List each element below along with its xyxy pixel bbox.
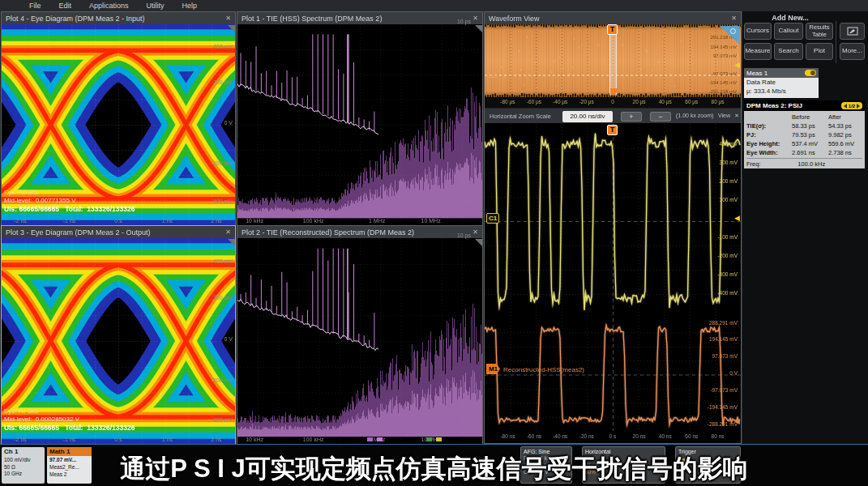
row-before: 58.33 ps: [792, 122, 828, 130]
tie-reconstructed-spectrum-canvas[interactable]: [237, 238, 482, 444]
freq-axis-label: 10 kHz: [246, 437, 263, 442]
trigger-position-badge[interactable]: T: [607, 24, 618, 35]
time-label: 0 s: [609, 433, 617, 439]
callout-button[interactable]: Callout: [774, 23, 803, 40]
freq-label: Freq:: [746, 160, 761, 168]
eye-stats: Eye: All Bits Mid-level: 0.00771355 V UI…: [4, 189, 135, 214]
y-axis-label: 0 V: [224, 336, 233, 342]
x-axis-label: 0 s: [114, 437, 122, 442]
waveform-overview[interactable]: M 1 291.218 mV 194.145 mV 97.073 mV -97.…: [485, 24, 741, 97]
plot3-titlebar[interactable]: Plot 3 - Eye Diagram (DPM Meas 2 - Outpu…: [2, 226, 235, 238]
plot1-resize-handle[interactable]: [475, 25, 482, 32]
meas1-toggle[interactable]: [805, 70, 816, 76]
menu-help[interactable]: Help: [182, 2, 198, 10]
dpm-pager[interactable]: 1/2: [841, 102, 862, 109]
measure-button[interactable]: Measure: [744, 43, 772, 60]
time-label: 40 ns: [659, 433, 672, 439]
right-sidebar: Add New... Cursors Callout Results Table…: [742, 11, 868, 444]
waveform-close-icon[interactable]: ✕: [731, 15, 737, 22]
plot1-titlebar[interactable]: Plot 1 - TIE (HSS) Spectrum (DPM Meas 2)…: [237, 12, 482, 24]
plot1-title: Plot 1 - TIE (HSS) Spectrum (DPM Meas 2): [242, 15, 382, 23]
menu-bar: File Edit Applications Utility Help: [0, 0, 868, 11]
col-after: After: [828, 113, 862, 121]
row-after: 54.33 ps: [828, 122, 862, 130]
plot4-close-icon[interactable]: ✕: [225, 15, 231, 22]
view-label: View: [718, 113, 730, 118]
mid-level-label: Mid-level: 0.00771355 V: [4, 197, 135, 205]
meas1-card[interactable]: Meas 1 Data Rate μ: 333.4 Mb/s: [744, 68, 819, 98]
pager-left-icon[interactable]: [844, 104, 847, 109]
x-axis-label: -2 ns: [14, 437, 27, 442]
trigger-level-arrow-icon[interactable]: ◀: [734, 62, 740, 69]
eye-stats: Eye: All Bits Mid-level: 0.000285032 V U…: [4, 407, 135, 433]
ch1-level-arrow-icon[interactable]: ◀: [734, 215, 740, 222]
zoom-out-button[interactable]: −: [650, 112, 671, 122]
cursors-button[interactable]: Cursors: [744, 23, 772, 40]
plot4-resize-handle[interactable]: [228, 25, 235, 32]
plot3-resize-handle[interactable]: [228, 239, 235, 246]
math1-v-label: 0 V: [729, 370, 738, 376]
math1-overview-label: M 1: [487, 71, 497, 77]
pager-right-icon[interactable]: [857, 104, 860, 109]
zoom-scale-label: Horizontal Zoom Scale: [490, 113, 551, 120]
dpm-header: DPM Meas 2: PSIJ 1/2: [744, 100, 865, 111]
sidebar-divider: [836, 21, 836, 63]
plot3-close-icon[interactable]: ✕: [225, 228, 231, 236]
math1-source-label: Reconstructed-HSS(meas2): [503, 366, 584, 373]
plot4-titlebar[interactable]: Plot 4 - Eye Diagram (DPM Meas 2 - Input…: [2, 12, 235, 24]
plot1-close-icon[interactable]: ✕: [472, 15, 478, 22]
zoom-in-button[interactable]: +: [621, 112, 642, 122]
math1-v-label: -97.073 mV: [710, 387, 738, 393]
menu-edit[interactable]: Edit: [59, 2, 72, 10]
annotation-button[interactable]: [840, 23, 865, 40]
plot2-titlebar[interactable]: Plot 2 - TIE (Reconstructed) Spectrum (D…: [237, 226, 482, 238]
menu-utility[interactable]: Utility: [147, 2, 165, 10]
spectrum-y-label: 10 ps: [457, 19, 471, 24]
y-axis-label: 400 mV: [213, 258, 233, 263]
meas1-body: Data Rate μ: 333.4 Mb/s: [744, 78, 819, 98]
x-axis-label: 2 ns: [211, 437, 221, 442]
plot4-title: Plot 4 - Eye Diagram (DPM Meas 2 - Input…: [6, 15, 145, 23]
meas1-header: Meas 1: [744, 68, 819, 78]
row-label: TIE(σ):: [746, 122, 792, 130]
waveform-titlebar[interactable]: Waveform View ✕: [485, 12, 741, 24]
overview-v-label: -291.218 mV: [709, 89, 737, 94]
row-label: Eye Width:: [746, 149, 792, 156]
plot2-resize-handle[interactable]: [475, 239, 482, 246]
search-button[interactable]: Search: [774, 43, 803, 60]
x-axis-label: -1 ns: [63, 437, 76, 442]
ch1-waveform-canvas[interactable]: [485, 124, 741, 318]
dpm-body: Before After TIE(σ): 58.33 ps 54.33 ps P…: [744, 111, 865, 168]
zoom-window-handle[interactable]: [609, 35, 617, 96]
source-chip: [367, 437, 373, 441]
plot2-close-icon[interactable]: ✕: [472, 228, 478, 236]
meas1-value: μ: 333.4 Mb/s: [746, 87, 816, 96]
time-label: -80 ns: [500, 433, 515, 439]
ch1-badge[interactable]: C1: [486, 213, 499, 224]
plot3-panel: Plot 3 - Eye Diagram (DPM Meas 2 - Outpu…: [1, 225, 236, 444]
results-table-button[interactable]: Results Table: [806, 23, 833, 40]
trigger-badge[interactable]: T: [607, 125, 618, 135]
menu-applications[interactable]: Applications: [89, 2, 129, 10]
pager-value: 1/2: [849, 104, 855, 109]
zoom-scale-field[interactable]: 20.00 ns/div: [562, 111, 613, 122]
y-axis-label: -400 mV: [212, 198, 233, 204]
tie-hss-spectrum-canvas[interactable]: [237, 24, 482, 225]
menu-file[interactable]: File: [29, 2, 41, 10]
annotation-icon: [847, 27, 858, 36]
plot-button[interactable]: Plot: [806, 43, 833, 60]
waveform-title: Waveform View: [489, 15, 540, 23]
dpm-meas2-card[interactable]: DPM Meas 2: PSIJ 1/2 Before After TIE(σ)…: [744, 100, 865, 168]
y-axis-label: 400 mV: [213, 43, 233, 49]
ch1-v-label: 400 mV: [720, 141, 738, 147]
dpm-freq-row: Freq: 100.0 kHz: [746, 158, 862, 168]
time-label: 20 μs: [633, 99, 646, 104]
more-button[interactable]: More...: [840, 43, 865, 60]
dpm-row-eye-width: Eye Width: 2.691 ns 2.738 ns: [746, 148, 862, 157]
row-after: 2.738 ns: [828, 149, 862, 156]
math1-v-label: -194.145 mV: [708, 404, 738, 410]
zoom-close-icon[interactable]: ✕: [734, 113, 739, 119]
y-axis-label: 0 V: [224, 120, 233, 126]
eye-bits-label: Eye: All Bits: [4, 189, 135, 197]
math1-waveform-canvas[interactable]: [485, 318, 741, 431]
